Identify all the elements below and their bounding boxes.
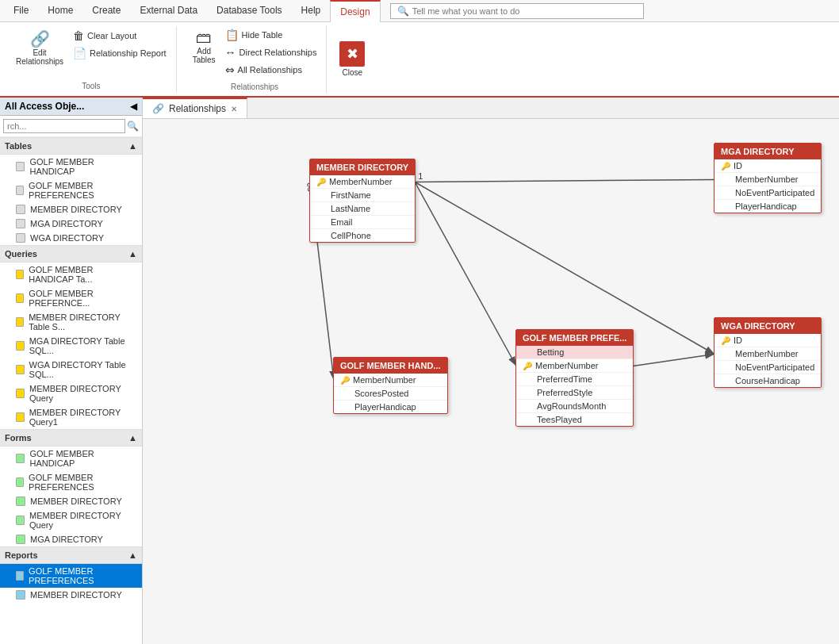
svg-line-4 xyxy=(415,182,714,355)
key-icon: 🔑 xyxy=(721,336,730,345)
svg-line-2 xyxy=(415,180,714,182)
field-wga-coursehandicap: CourseHandicap xyxy=(714,374,821,387)
section-tables-header[interactable]: Tables ▲ xyxy=(0,137,142,155)
item-label: MGA DIRECTORY xyxy=(30,219,103,228)
sidebar-item-query-0[interactable]: GOLF MEMBER HANDICAP Ta... xyxy=(0,263,142,286)
table-golf-member-preferences[interactable]: GOLF MEMBER PREFE... Betting 🔑 MemberNum… xyxy=(515,329,634,427)
sidebar-search[interactable]: 🔍 xyxy=(0,116,142,137)
item-label: GOLF MEMBER PREFERENCES xyxy=(29,473,136,492)
ribbon-search[interactable]: 🔍 xyxy=(390,3,644,19)
table-golf-handicap-header: GOLF MEMBER HAND... xyxy=(334,358,447,374)
all-relationships-label: All Relationships xyxy=(238,65,302,75)
all-relationships-button[interactable]: ⇔ All Relationships xyxy=(222,62,320,78)
field-prefs-preferredtime: PreferredTime xyxy=(516,373,633,386)
sidebar: All Access Obje... ◀ 🔍 Tables ▲ GOLF MEM… xyxy=(0,98,143,644)
sidebar-item-query-2[interactable]: MEMBER DIRECTORY Table S... xyxy=(0,310,142,334)
tab-home[interactable]: Home xyxy=(38,0,82,21)
all-relationships-icon: ⇔ xyxy=(225,63,235,76)
item-label: MEMBER DIRECTORY xyxy=(30,205,122,214)
field-handicap-playerhandicap: PlayerHandicap xyxy=(334,401,447,413)
table-golf-member-handicap[interactable]: GOLF MEMBER HAND... 🔑 MemberNumber Score… xyxy=(333,357,448,414)
relationships-tab[interactable]: 🔗 Relationships ✕ xyxy=(143,98,247,118)
edit-relationships-button[interactable]: 🔗 EditRelationships xyxy=(13,28,67,77)
tab-design[interactable]: Design xyxy=(330,0,380,22)
field-handicap-scoresposted: ScoresPosted xyxy=(334,387,447,401)
content-area: 🔗 Relationships ✕ ∞ 1 MEMBER DIRECTORY 🔑 xyxy=(143,98,839,644)
table-wga-directory[interactable]: WGA DIRECTORY 🔑 ID MemberNumber NoEventP… xyxy=(714,317,822,388)
tools-group: 🔗 EditRelationships 🗑 Clear Layout 📄 Rel… xyxy=(6,26,177,92)
section-reports-header[interactable]: Reports ▲ xyxy=(0,546,142,564)
item-label: GOLF MEMBER HANDICAP xyxy=(29,449,136,468)
item-label: GOLF MEMBER PREFERENCES xyxy=(29,566,136,585)
relationships-group: 🗃 AddTables 📋 Hide Table ↔ Direct Relati… xyxy=(183,25,328,93)
sidebar-collapse-icon[interactable]: ◀ xyxy=(130,101,137,112)
field-wga-noeventparticipated: NoEventParticipated xyxy=(714,361,821,374)
sidebar-item-member-directory[interactable]: MEMBER DIRECTORY xyxy=(0,202,142,217)
canvas-area[interactable]: ∞ 1 MEMBER DIRECTORY 🔑 MemberNumber Firs… xyxy=(143,119,839,644)
relationships-tab-label: Relationships xyxy=(169,103,226,114)
ribbon-search-input[interactable] xyxy=(412,6,637,16)
tab-database-tools[interactable]: Database Tools xyxy=(207,0,292,21)
tab-create[interactable]: Create xyxy=(82,0,130,21)
sidebar-search-input[interactable] xyxy=(3,119,125,133)
add-tables-button[interactable]: 🗃 AddTables xyxy=(190,27,219,76)
sidebar-item-query-5[interactable]: MEMBER DIRECTORY Query xyxy=(0,381,142,405)
section-queries-header[interactable]: Queries ▲ xyxy=(0,245,142,263)
sidebar-item-query-1[interactable]: GOLF MEMBER PREFERNCE... xyxy=(0,286,142,310)
direct-relationships-button[interactable]: ↔ Direct Relationships xyxy=(222,44,320,60)
sidebar-item-form-2[interactable]: MEMBER DIRECTORY xyxy=(0,494,142,508)
field-memberdirectory-firstname: FirstName xyxy=(310,189,415,202)
tab-file[interactable]: File xyxy=(4,0,38,21)
item-label: MEMBER DIRECTORY Query xyxy=(29,384,136,403)
item-label: GOLF MEMBER HANDICAP Ta... xyxy=(29,265,136,284)
field-wga-membernumber: MemberNumber xyxy=(714,347,821,361)
table-golf-prefs-header: GOLF MEMBER PREFE... xyxy=(516,330,633,346)
svg-line-6 xyxy=(415,182,516,366)
sidebar-item-form-0[interactable]: GOLF MEMBER HANDICAP xyxy=(0,447,142,470)
relationships-tab-icon: 🔗 xyxy=(152,103,164,114)
tab-help[interactable]: Help xyxy=(292,0,331,21)
field-prefs-avgroundsmonth: AvgRoundsMonth xyxy=(516,400,633,413)
sidebar-item-query-3[interactable]: MGA DIRECTORY Table SQL... xyxy=(0,334,142,358)
sidebar-item-report-0[interactable]: GOLF MEMBER PREFERENCES xyxy=(0,564,142,588)
sidebar-item-query-6[interactable]: MEMBER DIRECTORY Query1 xyxy=(0,405,142,429)
item-label: GOLF MEMBER PREFERNCE... xyxy=(29,289,136,308)
item-label: MEMBER DIRECTORY xyxy=(30,590,122,600)
relationships-tab-close[interactable]: ✕ xyxy=(231,105,237,113)
table-mga-directory[interactable]: MGA DIRECTORY 🔑 ID MemberNumber NoEventP… xyxy=(714,143,822,213)
section-queries-collapse-icon: ▲ xyxy=(128,249,137,259)
direct-relationships-label: Direct Relationships xyxy=(239,48,317,57)
section-reports-collapse-icon: ▲ xyxy=(128,550,137,560)
hide-table-button[interactable]: 📋 Hide Table xyxy=(222,27,320,43)
sidebar-item-golf-member-preferences[interactable]: GOLF MEMBER PREFERENCES xyxy=(0,178,142,202)
sidebar-item-form-3[interactable]: MEMBER DIRECTORY Query xyxy=(0,508,142,532)
section-queries-label: Queries xyxy=(5,249,37,259)
item-label: MEMBER DIRECTORY Query xyxy=(29,511,136,530)
sidebar-item-form-1[interactable]: GOLF MEMBER PREFERENCES xyxy=(0,470,142,494)
tab-external-data[interactable]: External Data xyxy=(130,0,207,21)
close-label: Close xyxy=(343,68,363,77)
sidebar-item-wga-directory[interactable]: WGA DIRECTORY xyxy=(0,231,142,245)
sidebar-item-report-1[interactable]: MEMBER DIRECTORY xyxy=(0,588,142,602)
sidebar-item-mga-directory[interactable]: MGA DIRECTORY xyxy=(0,217,142,231)
sidebar-item-query-4[interactable]: WGA DIRECTORY Table SQL... xyxy=(0,358,142,381)
close-button[interactable]: ✖ xyxy=(339,41,365,67)
relationship-report-button[interactable]: 📄 Relationship Report xyxy=(70,45,170,61)
clear-layout-button[interactable]: 🗑 Clear Layout xyxy=(70,28,170,44)
sidebar-item-golf-member-handicap[interactable]: GOLF MEMBER HANDICAP xyxy=(0,155,142,178)
field-memberdirectory-cellphone: CellPhone xyxy=(310,229,415,242)
item-label: MEMBER DIRECTORY Table S... xyxy=(29,312,136,332)
table-wga-directory-header: WGA DIRECTORY xyxy=(714,318,821,334)
sidebar-header: All Access Obje... ◀ xyxy=(0,98,142,116)
sidebar-title: All Access Obje... xyxy=(5,101,84,112)
item-label: GOLF MEMBER HANDICAP xyxy=(29,157,136,176)
section-forms-collapse-icon: ▲ xyxy=(128,433,137,443)
section-forms-header[interactable]: Forms ▲ xyxy=(0,429,142,447)
key-icon: 🔑 xyxy=(340,376,350,385)
field-prefs-teesplayed: TeesPlayed xyxy=(516,413,633,426)
sidebar-item-form-4[interactable]: MGA DIRECTORY xyxy=(0,532,142,546)
field-prefs-membernumber: 🔑 MemberNumber xyxy=(516,359,633,373)
edit-relationships-label: EditRelationships xyxy=(16,48,63,66)
table-member-directory[interactable]: MEMBER DIRECTORY 🔑 MemberNumber FirstNam… xyxy=(309,159,416,243)
table-mga-directory-header: MGA DIRECTORY xyxy=(714,144,821,159)
